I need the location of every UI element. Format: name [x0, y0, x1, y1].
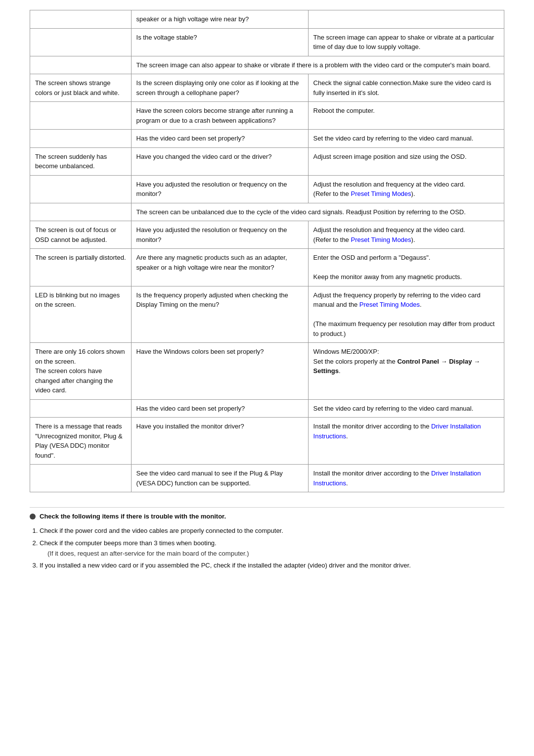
- answer-cell: The screen image can appear to shake or …: [308, 28, 504, 56]
- question-cell: Have you adjusted the resolution or freq…: [131, 221, 308, 249]
- span-cell: The screen can be unbalanced due to the …: [131, 203, 504, 221]
- table-row: The screen can be unbalanced due to the …: [30, 203, 504, 221]
- question-cell: Has the video card been set properly?: [131, 399, 308, 418]
- answer-cell: Adjust the resolution and frequency at t…: [308, 221, 504, 249]
- answer-cell: Install the monitor driver according to …: [308, 465, 504, 492]
- answer-cell: [308, 10, 504, 29]
- check-section: Check the following items if there is tr…: [30, 507, 504, 571]
- table-row: The screen is out of focus or OSD cannot…: [30, 221, 504, 249]
- table-row: Have you adjusted the resolution or freq…: [30, 175, 504, 203]
- answer-cell: Enter the OSD and perform a "Degauss".Ke…: [308, 249, 504, 286]
- answer-cell: Adjust the resolution and frequency at t…: [308, 175, 504, 203]
- table-row: LED is blinking but no images on the scr…: [30, 286, 504, 343]
- span-cell: The screen image can also appear to shak…: [131, 56, 504, 74]
- preset-timing-link[interactable]: Preset Timing Modes: [351, 190, 411, 197]
- bullet-icon: [30, 514, 36, 520]
- table-row: There are only 16 colors shown on the sc…: [30, 343, 504, 400]
- answer-cell: Adjust screen image position and size us…: [308, 147, 504, 175]
- answer-cell: Adjust the frequency properly by referri…: [308, 286, 504, 343]
- preset-timing-link-2[interactable]: Preset Timing Modes: [351, 236, 411, 243]
- question-cell: See the video card manual to see if the …: [131, 465, 308, 492]
- question-cell: Have the screen colors become strange af…: [131, 102, 308, 130]
- symptom-cell: [30, 399, 132, 418]
- question-cell: Is the voltage stable?: [131, 28, 308, 56]
- symptom-cell: [30, 28, 132, 56]
- table-row: The screen shows strange colors or just …: [30, 74, 504, 102]
- symptom-cell: [30, 175, 132, 203]
- table-row: There is a message that reads "Unrecogni…: [30, 418, 504, 465]
- troubleshooting-table: speaker or a high voltage wire near by? …: [30, 10, 504, 492]
- symptom-cell: [30, 130, 132, 148]
- symptom-cell: [30, 465, 132, 492]
- question-cell: Are there any magnetic products such as …: [131, 249, 308, 286]
- symptom-cell: There is a message that reads "Unrecogni…: [30, 418, 132, 465]
- check-list: Check if the power cord and the video ca…: [40, 526, 504, 571]
- question-cell: Have you installed the monitor driver?: [131, 418, 308, 465]
- table-row: Has the video card been set properly? Se…: [30, 130, 504, 148]
- driver-install-link-2[interactable]: Driver Installation Instructions: [313, 470, 481, 487]
- symptom-cell: [30, 203, 132, 221]
- answer-cell: Install the monitor driver according to …: [308, 418, 504, 465]
- answer-cell: Set the video card by referring to the v…: [308, 399, 504, 418]
- preset-timing-link-3[interactable]: Preset Timing Modes: [359, 301, 420, 308]
- symptom-cell: LED is blinking but no images on the scr…: [30, 286, 132, 343]
- answer-cell: Windows ME/2000/XP:Set the colors proper…: [308, 343, 504, 400]
- driver-install-link-1[interactable]: Driver Installation Instructions: [313, 423, 481, 440]
- question-cell: Is the screen displaying only one color …: [131, 74, 308, 102]
- symptom-cell: [30, 10, 132, 29]
- question-cell: Have you adjusted the resolution or freq…: [131, 175, 308, 203]
- question-cell: Have you changed the video card or the d…: [131, 147, 308, 175]
- symptom-cell: There are only 16 colors shown on the sc…: [30, 343, 132, 400]
- answer-cell: Reboot the computer.: [308, 102, 504, 130]
- table-row: Has the video card been set properly? Se…: [30, 399, 504, 418]
- answer-cell: Set the video card by referring to the v…: [308, 130, 504, 148]
- symptom-cell: [30, 56, 132, 74]
- list-item: Check if the computer beeps more than 3 …: [40, 538, 504, 559]
- table-row: See the video card manual to see if the …: [30, 465, 504, 492]
- table-row: The screen is partially distorted. Are t…: [30, 249, 504, 286]
- table-row: Is the voltage stable? The screen image …: [30, 28, 504, 56]
- table-row: The screen suddenly has become unbalance…: [30, 147, 504, 175]
- list-item: If you installed a new video card or if …: [40, 561, 504, 571]
- symptom-cell: The screen shows strange colors or just …: [30, 74, 132, 102]
- table-row: speaker or a high voltage wire near by?: [30, 10, 504, 29]
- list-item: Check if the power cord and the video ca…: [40, 526, 504, 536]
- symptom-cell: The screen suddenly has become unbalance…: [30, 147, 132, 175]
- symptom-cell: The screen is out of focus or OSD cannot…: [30, 221, 132, 249]
- symptom-cell: The screen is partially distorted.: [30, 249, 132, 286]
- question-cell: Have the Windows colors been set properl…: [131, 343, 308, 400]
- check-heading: Check the following items if there is tr…: [30, 513, 504, 520]
- check-heading-text: Check the following items if there is tr…: [40, 513, 226, 520]
- question-cell: speaker or a high voltage wire near by?: [131, 10, 308, 29]
- symptom-cell: [30, 102, 132, 130]
- table-row: The screen image can also appear to shak…: [30, 56, 504, 74]
- answer-cell: Check the signal cable connection.Make s…: [308, 74, 504, 102]
- question-cell: Has the video card been set properly?: [131, 130, 308, 148]
- table-row: Have the screen colors become strange af…: [30, 102, 504, 130]
- question-cell: Is the frequency properly adjusted when …: [131, 286, 308, 343]
